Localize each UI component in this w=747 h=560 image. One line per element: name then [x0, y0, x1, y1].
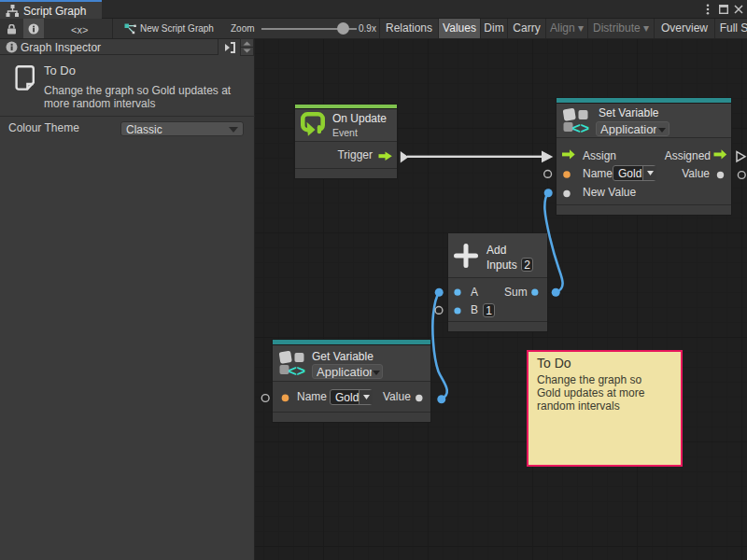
svg-text:<>: <>	[572, 120, 590, 135]
svg-text:<>: <>	[289, 363, 306, 378]
